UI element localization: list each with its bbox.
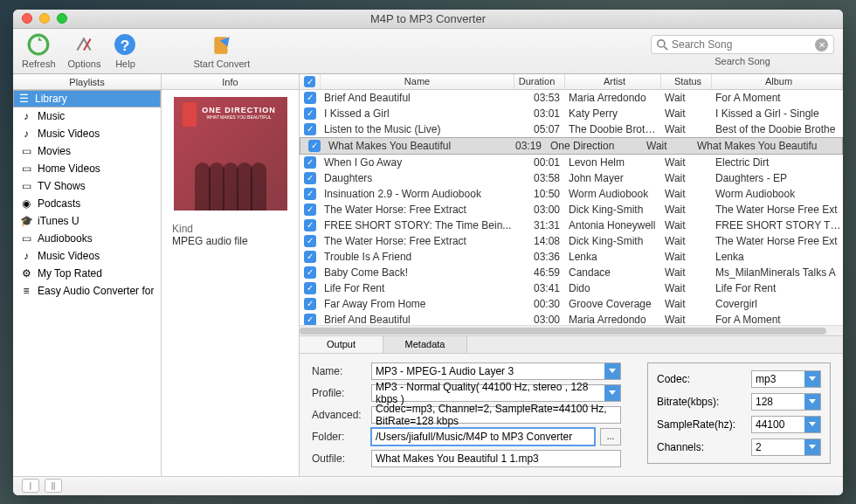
table-row[interactable]: ✓Brief And Beautiful03:00Maria Arredondo… (300, 312, 843, 325)
search-input[interactable] (672, 38, 815, 51)
samplerate-label: SampleRate(hz): (657, 418, 744, 431)
options-icon (72, 32, 96, 57)
search-icon (657, 39, 668, 51)
samplerate-select[interactable]: 44100 (751, 416, 821, 433)
sidebar-item-podcasts[interactable]: ◉Podcasts (13, 195, 161, 212)
cell-status: Wait (661, 107, 712, 120)
music-icon: ♪ (20, 110, 32, 122)
sidebar-item-itunes-u[interactable]: 🎓iTunes U (13, 212, 161, 230)
row-checkbox[interactable]: ✓ (300, 107, 321, 120)
tab-output[interactable]: Output (300, 336, 383, 353)
row-checkbox[interactable]: ✓ (300, 156, 321, 169)
sidebar-item-label: Library (35, 93, 67, 105)
row-checkbox[interactable]: ✓ (300, 172, 321, 184)
sidebar-item-label: Music Videos (38, 128, 100, 140)
table-row[interactable]: ✓Far Away From Home00:30Groove CoverageW… (300, 296, 843, 312)
table-row[interactable]: ✓Trouble Is A Friend03:36LenkaWaitLenka (300, 249, 843, 265)
cell-status: Wait (661, 204, 712, 216)
outfile-label: Outfile: (312, 452, 366, 465)
clear-search-icon[interactable]: ✕ (815, 38, 828, 52)
cell-name: What Makes You Beautiful (325, 140, 496, 152)
row-checkbox[interactable]: ✓ (300, 298, 321, 310)
chevron-down-icon (804, 394, 820, 410)
cell-duration: 03:58 (514, 172, 565, 184)
row-checkbox[interactable]: ✓ (300, 92, 321, 104)
cell-artist: Lenka (565, 251, 661, 263)
help-button[interactable]: ? Help (113, 32, 137, 69)
horizontal-scrollbar[interactable] (300, 325, 843, 335)
chevron-down-icon (804, 417, 820, 432)
tab-metadata[interactable]: Metadata (383, 336, 467, 353)
sidebar-item-my-top-rated[interactable]: ⚙My Top Rated (13, 265, 161, 282)
table-row[interactable]: ✓When I Go Away00:01Levon HelmWaitElectr… (300, 155, 843, 170)
col-album[interactable]: Album (712, 74, 843, 89)
cell-artist: Katy Perry (565, 107, 661, 120)
sidebar-item-home-videos[interactable]: ▭Home Videos (13, 160, 161, 177)
chevron-down-icon (804, 439, 820, 455)
footer-btn-1[interactable]: | (22, 479, 39, 493)
row-checkbox[interactable]: ✓ (304, 140, 325, 152)
cell-duration: 03:53 (514, 92, 565, 104)
table-row[interactable]: ✓FREE SHORT STORY: The Time Bein...31:31… (300, 217, 843, 233)
refresh-button[interactable]: Refresh (22, 32, 56, 69)
sidebar-item-library[interactable]: ☰Library (13, 90, 161, 107)
sidebar-item-music[interactable]: ♪Music (13, 107, 161, 125)
info-header: Info (162, 74, 299, 90)
chevron-down-icon (604, 363, 620, 379)
options-button[interactable]: Options (68, 32, 101, 69)
browse-button[interactable]: ... (600, 428, 621, 445)
row-checkbox[interactable]: ✓ (300, 266, 321, 279)
table-row[interactable]: ✓Insinuation 2.9 - Worm Audiobook10:50Wo… (300, 186, 843, 202)
table-row[interactable]: ✓Baby Come Back!46:59CandaceWaitMs_Milan… (300, 265, 843, 280)
cell-status: Wait (643, 140, 694, 152)
channels-select[interactable]: 2 (751, 438, 821, 456)
start-convert-button[interactable]: Start Convert (193, 32, 250, 69)
row-checkbox[interactable]: ✓ (300, 123, 321, 135)
row-checkbox[interactable]: ✓ (300, 188, 321, 200)
table-row[interactable]: ✓I Kissed a Girl03:01Katy PerryWaitI Kis… (300, 106, 843, 121)
row-checkbox[interactable]: ✓ (300, 204, 321, 216)
cell-artist: Maria Arredondo (565, 92, 661, 104)
chevron-down-icon (604, 385, 620, 401)
header-checkbox[interactable]: ✓ (300, 74, 321, 89)
name-select[interactable]: MP3 - MPEG-1 Audio Layer 3 (371, 362, 621, 380)
bitrate-select[interactable]: 128 (751, 393, 821, 411)
codec-select[interactable]: mp3 (751, 370, 821, 388)
sidebar-item-easy-audio-converter-for[interactable]: ≡Easy Audio Converter for (13, 282, 161, 300)
col-artist[interactable]: Artist (565, 74, 661, 89)
row-checkbox[interactable]: ✓ (300, 314, 321, 325)
table-row[interactable]: ✓The Water Horse: Free Extract14:08Dick … (300, 233, 843, 249)
cell-name: The Water Horse: Free Extract (321, 204, 514, 216)
sidebar: Playlists ☰Library♪Music♪Music Videos▭Mo… (13, 74, 162, 476)
table-row[interactable]: ✓What Makes You Beautiful03:19One Direct… (300, 137, 843, 155)
profile-select[interactable]: MP3 - Normal Quality( 44100 Hz, stereo ,… (371, 384, 621, 402)
search-input-wrapper[interactable]: ✕ (651, 35, 834, 54)
row-checkbox[interactable]: ✓ (300, 282, 321, 294)
table-row[interactable]: ✓Daughters03:58John MayerWaitDaughters -… (300, 170, 843, 186)
cell-status: Wait (661, 314, 712, 325)
row-checkbox[interactable]: ✓ (300, 235, 321, 247)
table-row[interactable]: ✓Listen to the Music (Live)05:07The Doob… (300, 121, 843, 137)
row-checkbox[interactable]: ✓ (300, 251, 321, 263)
sidebar-item-movies[interactable]: ▭Movies (13, 142, 161, 160)
col-name[interactable]: Name (321, 74, 514, 89)
sidebar-item-tv-shows[interactable]: ▭TV Shows (13, 177, 161, 195)
col-duration[interactable]: Duration (514, 74, 565, 89)
cell-status: Wait (661, 235, 712, 247)
cell-artist: Candace (565, 266, 661, 279)
outfile-field[interactable]: What Makes You Beautiful 1 1.mp3 (371, 450, 621, 467)
footer-btn-2[interactable]: || (45, 479, 62, 493)
footer: | || (13, 476, 843, 495)
cell-artist: Dido (565, 282, 661, 294)
sidebar-item-music-videos[interactable]: ♪Music Videos (13, 247, 161, 265)
table-row[interactable]: ✓Brief And Beautiful03:53Maria Arredondo… (300, 90, 843, 106)
advanced-field[interactable]: Codec=mp3, Channel=2, SampleRate=44100 H… (371, 406, 621, 424)
cell-duration: 03:36 (514, 251, 565, 263)
col-status[interactable]: Status (661, 74, 712, 89)
row-checkbox[interactable]: ✓ (300, 219, 321, 231)
table-row[interactable]: ✓The Water Horse: Free Extract03:00Dick … (300, 202, 843, 217)
sidebar-item-audiobooks[interactable]: ▭Audiobooks (13, 230, 161, 247)
folder-field[interactable]: /Users/jiafull/Music/M4P to MP3 Converte… (371, 428, 595, 445)
sidebar-item-music-videos[interactable]: ♪Music Videos (13, 125, 161, 142)
table-row[interactable]: ✓Life For Rent03:41DidoWaitLife For Rent (300, 280, 843, 296)
